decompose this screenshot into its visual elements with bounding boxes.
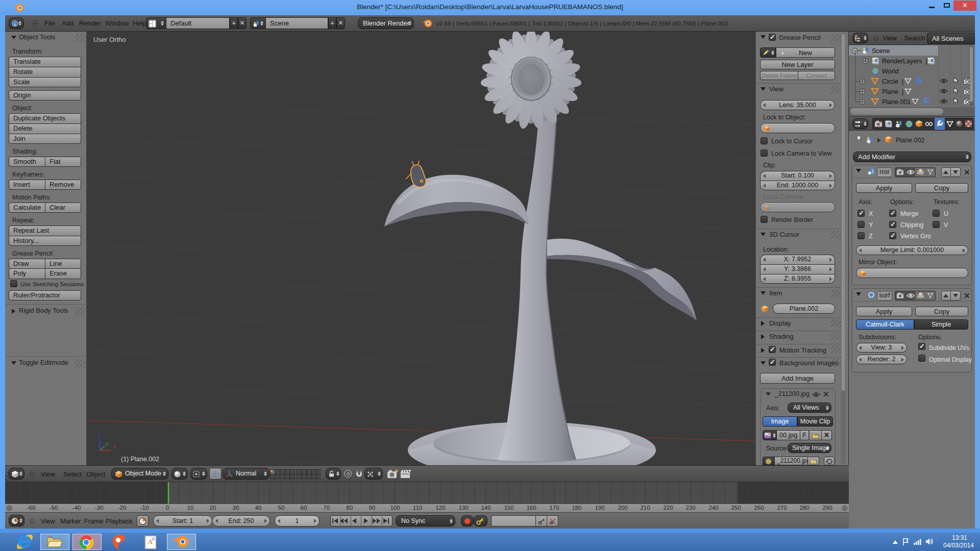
svg-text:A: A	[148, 538, 153, 545]
svg-text:y: y	[106, 441, 108, 446]
svg-text:x: x	[113, 444, 116, 449]
svg-text:z: z	[98, 433, 101, 438]
